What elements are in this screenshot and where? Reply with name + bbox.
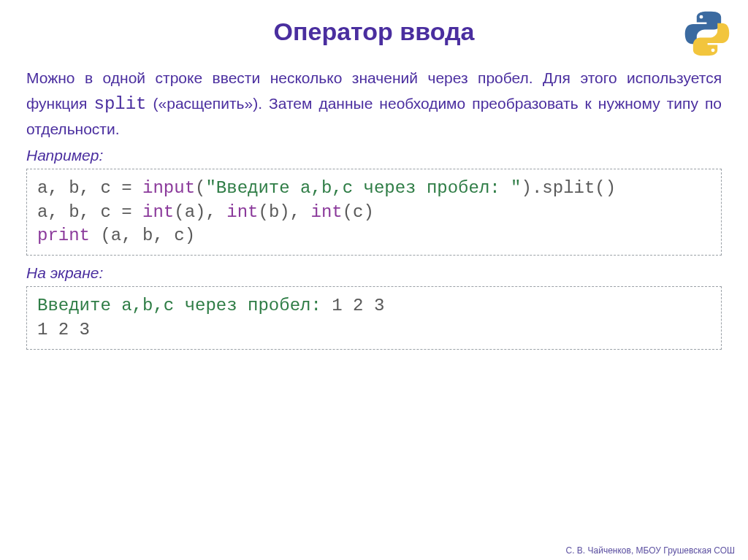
screen-label: На экране:	[26, 264, 722, 282]
code-token: (	[195, 178, 205, 198]
intro-paragraph: Можно в одной строке ввести несколько зн…	[26, 66, 722, 141]
code-token-func: int	[142, 202, 174, 222]
code-token-func: int	[311, 202, 343, 222]
example-label: Например:	[26, 147, 722, 164]
output-prompt: Введите a,b,c через пробел:	[37, 296, 332, 315]
code-token-func: input	[142, 178, 195, 198]
code-token: (c)	[343, 202, 374, 222]
output-box: Введите a,b,c через пробел: 1 2 3 1 2 3	[26, 286, 722, 350]
code-token: (a, b, c)	[90, 226, 195, 245]
code-token: a, b, c =	[37, 202, 142, 222]
code-token-func: int	[226, 202, 258, 222]
code-token: (b),	[258, 202, 310, 222]
code-token-string: "Введите a,b,c через пробел: "	[205, 178, 521, 198]
inline-code-split: split	[94, 94, 147, 114]
code-token-func: print	[37, 226, 90, 245]
title-row: Оператор ввода	[26, 18, 722, 46]
page-title: Оператор ввода	[274, 18, 475, 46]
code-token: a, b, c =	[37, 178, 142, 198]
footer-credit: С. В. Чайченков, МБОУ Грушевская СОШ	[566, 545, 735, 556]
code-token: (a),	[174, 202, 226, 222]
slide: Оператор ввода Можно в одной строке ввес…	[0, 0, 748, 560]
output-result: 1 2 3	[37, 320, 90, 340]
code-token: ).split()	[522, 178, 617, 198]
python-logo-icon	[682, 9, 732, 58]
output-user-input: 1 2 3	[332, 296, 384, 315]
code-example-box: a, b, c = input("Введите a,b,c через про…	[26, 169, 722, 256]
